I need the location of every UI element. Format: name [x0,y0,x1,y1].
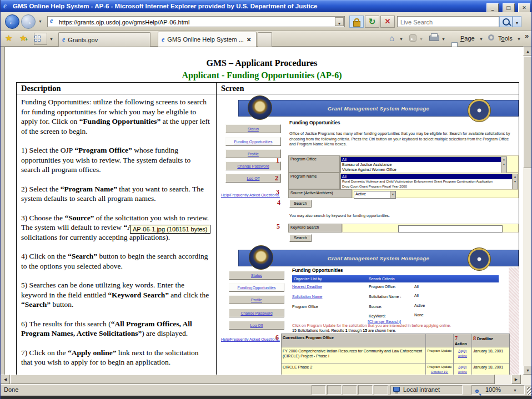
intranet-zone-icon [393,387,400,392]
listbox-scrollbar: ▲▼ [501,157,506,173]
annotation-1: 1 [276,156,279,165]
program-office-label: Program Office [288,155,340,173]
quick-tabs-icon [34,36,47,42]
history-dropdown[interactable]: ▼ [38,19,42,23]
solicitation-name-link: Solicitation Name [292,295,322,299]
solicitation-name-cell: FY 2000 Comprehensive Indian Resources f… [282,347,426,363]
tab-close-button[interactable]: ✕ [247,37,251,43]
image-edge-texture [509,267,519,375]
gms-status-button: Status [225,124,281,133]
new-tab-stub[interactable] [258,32,272,47]
tools-dropdown[interactable]: ▼ [517,37,521,41]
tab-favicon: e [162,36,164,44]
gms-heading: Funding Opportunities [289,120,340,125]
column-header-description: Description [17,83,217,94]
screen-cell: Grant Management System Homepage Status … [217,94,519,375]
security-lock-button[interactable] [349,16,364,28]
source-dropdown: Active▼ [354,191,396,199]
search-options-dropdown[interactable]: ▼ [513,16,521,27]
zoom-control[interactable]: 100% ▼ [471,385,525,395]
criteria-label: Program Office: [369,285,396,289]
address-bar[interactable]: e https://grants.ojp.usdoj.gov/gmsHelp/A… [47,16,345,27]
program-office-listbox: All Bureau of Justice Assistance Violenc… [340,156,507,174]
navigation-bar: ← → ▼ e https://grants.ojp.usdoj.gov/gms… [1,12,532,31]
source-label: Source (Active/Archives) [288,189,352,198]
gms-intro-text: Office of Justice Programs has many othe… [289,131,516,147]
keyword-field-area [342,224,519,233]
address-dropdown[interactable]: ▼ [335,17,344,26]
listbox-option: Rural Domestic Violence and Child Victim… [341,179,518,184]
search-button[interactable] [499,16,513,27]
search-criteria-header: Search Criteria [369,275,395,282]
vertical-scroll-thumb[interactable] [523,56,532,168]
program-update-cell: Program Update October 19, 2000 [426,363,454,375]
live-search-input[interactable]: Live Search [397,16,499,27]
status-text: Done [4,386,18,393]
tab-gms-help-active[interactable]: e GMS Online Help System ... ✕ [158,32,257,47]
page-menu-button[interactable]: Page [460,35,475,42]
horizontal-scroll-thumb[interactable] [10,375,495,384]
gms-change-password-button: Change Password [229,309,284,317]
window-title: GMS Online Help System - AP-6 - Microsof… [13,3,317,9]
tab-label: Grants.gov [68,37,98,43]
search-placeholder: Live Search [400,17,433,27]
vertical-scrollbar[interactable]: ▲ ▼ [523,47,532,375]
zoom-dropdown[interactable]: ▼ [513,388,517,392]
home-button[interactable]: ⌂ [389,33,394,43]
annotation-2: 2 [275,174,278,183]
refresh-icon: ↻ [369,17,376,26]
listbox-option: Violence Against Women Office [341,167,506,172]
status-pane [374,385,388,395]
apply-online-link: Apply online [454,347,472,363]
status-bar: Done Local intranet 100% ▼ [1,384,532,396]
horizontal-scrollbar[interactable]: ◀ ▶ [1,375,532,384]
criteria-label: KeyWord: [369,314,386,318]
browser-window: e GMS Online Help System - AP-6 - Micros… [0,0,532,399]
gms-profile-button: Profile [225,149,281,158]
forward-button[interactable]: → [21,14,36,29]
stop-button[interactable]: ✕ [380,16,395,28]
doj-seal-icon [248,95,272,120]
back-button[interactable]: ← [5,14,19,29]
home-dropdown[interactable]: ▼ [399,37,403,41]
print-dropdown[interactable]: ▼ [441,37,445,41]
quick-tabs-button[interactable] [34,33,47,45]
nearest-deadline-link: Nearest Deadline [292,285,322,289]
page-dropdown[interactable]: ▼ [479,37,483,41]
scroll-right-button[interactable]: ▶ [511,375,521,384]
window-bottom-edge [1,396,532,399]
print-button[interactable] [429,36,439,41]
deadline-cell: January 18, 2001 [472,363,509,375]
security-zone-pane: Local intranet [390,385,463,395]
tab-label: GMS Online Help System ... [167,36,244,43]
program-name-listbox: All Rural Domestic Violence and Child Vi… [340,174,518,190]
window-controls: _ □ ✕ [485,2,530,13]
keyword-note: You may also search by keyword for fundi… [289,213,511,219]
listbox-scrollbar: ▲▼ [512,174,518,190]
solicitation-name-cell: CIRCLE Phase 2 [282,363,426,375]
scroll-up-button[interactable]: ▲ [523,47,532,55]
group-header-spacer [426,334,454,347]
help-table: Description Screen Funding Opportunities… [16,82,519,375]
resize-grip[interactable] [527,387,532,395]
results-summary: 15 Solicitations found. Results 1 throug… [292,329,396,332]
listbox-option: Drug Court Grant Program Fiscal Year 200… [341,184,518,189]
refresh-button[interactable]: ↻ [365,16,379,28]
scroll-left-button[interactable]: ◀ [1,375,10,384]
keyword-search-row: Keyword Search [288,224,519,233]
title-bar: e GMS Online Help System - AP-6 - Micros… [1,0,532,12]
gms-search-button: Search [289,200,312,208]
tab-list-dropdown[interactable]: ▼ [49,37,53,41]
gms-keyword-search-button: Search [289,234,312,242]
tab-grants-gov[interactable]: e Grants.gov [58,32,150,47]
instruction-text: Click on Program Update for the solicita… [292,324,514,327]
criteria-value: All [414,285,419,289]
favorites-center-button[interactable]: ★ [5,33,12,43]
more-toolbar-chevron[interactable]: » [525,32,529,40]
organize-list-header: Organize List by [294,277,322,281]
action-header: 7 Action [454,334,472,347]
feeds-button[interactable] [409,34,416,42]
feeds-dropdown[interactable]: ▼ [419,37,423,41]
scroll-down-button[interactable]: ▼ [523,366,532,375]
tools-menu-button[interactable]: Tools [498,35,513,42]
